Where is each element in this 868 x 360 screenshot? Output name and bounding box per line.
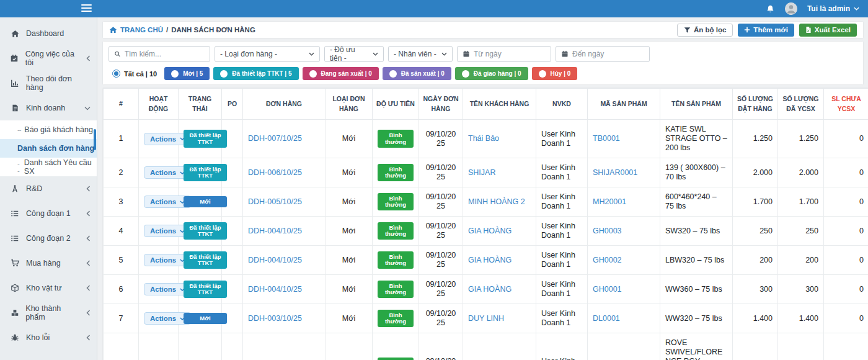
product-code-link[interactable]: DL0001 [593,314,620,323]
list-icon [10,209,20,218]
sidebar-item-mua-hang[interactable]: Mua hàng [0,251,97,276]
product-code-link[interactable]: GH0001 [593,285,622,294]
search-input[interactable] [108,46,210,62]
product-name-cell: KATIE SWL STRAGE OTTO – 200 lbs [660,120,733,158]
excel-file-icon [805,26,812,34]
product-code-link[interactable]: SHIJAR0001 [593,168,637,177]
add-new-button[interactable]: Thêm mới [738,24,794,37]
status-pill-a-giao-hang[interactable]: Đã giao hàng | 0 [455,67,528,80]
sidebar-item-partial[interactable] [0,355,97,360]
sidebar-item-kho-thanh-pham[interactable]: Kho thành phẩm [0,300,97,325]
customer-link[interactable]: GIA HOÀNG [468,227,512,235]
actions-cell: Actions [139,304,179,333]
chevron-down-icon [441,52,447,56]
order-link[interactable]: DDH-003/10/25 [248,314,302,323]
radio-circle-icon [539,70,546,78]
qty-remaining-cell: 0 [824,158,868,187]
customer-cell: Thái Bảo [463,120,536,158]
product-name-cell: LBW320 – 75 lbs [660,246,733,275]
notification-bell-icon[interactable] [766,4,775,14]
column-header-nvkd: NVKD [536,89,588,120]
search-field[interactable] [125,50,205,58]
status-pill-a-thiet-lap-ttkt[interactable]: Đã thiết lập TTKT | 5 [213,67,298,80]
status-pill-huy[interactable]: Hủy | 0 [532,67,578,80]
sidebar-item-kinh-doanh[interactable]: Kinh doanh [0,96,97,120]
product-name-cell: WW320 – 75 lbs [660,304,733,333]
sidebar-scrollbar[interactable] [94,129,96,150]
order-link[interactable]: DDH-006/10/25 [248,168,302,177]
row-index: 4 [104,217,139,246]
to-date-input[interactable]: Đến ngày [556,46,650,62]
nvkd-cell: User Kinh Doanh 1 [536,275,588,304]
order-type-cell: Mới [326,187,373,217]
customer-link[interactable]: GIA HOÀNG [468,256,512,264]
employee-select[interactable]: - Nhân viên - [388,46,453,62]
menu-toggle-icon[interactable] [81,4,92,14]
order-type-select[interactable]: - Loại đơn hàng - [215,46,320,62]
sidebar-subitem-danh-sach-yeu-cau-sx[interactable]: --Danh sách Yêu cầu SX [0,158,97,176]
nvkd-cell: User Kinh Doanh 1 [536,120,588,158]
sidebar-subitem-danh-sach-on-hang[interactable]: Danh sách đơn hàng [0,139,97,158]
chevron-left-icon [86,260,91,266]
order-date-cell: 09/10/2025 [419,120,463,158]
user-menu-label: Tui là admin [807,4,850,13]
status-pill-tat-ca[interactable]: Tất cả | 10 [108,70,161,78]
status-pill-ang-san-xuat[interactable]: Đang sản xuất | 0 [303,67,379,80]
sidebar-item-r-d[interactable]: R&D [0,176,97,201]
customer-cell: MINH HOÀNG 2 [463,187,536,217]
customer-link[interactable]: MINH HOÀNG 2 [468,197,525,206]
nvkd-cell: User Kinh Doanh 1 [536,187,588,217]
hide-filter-button[interactable]: Ẩn bộ lọc [677,24,733,37]
product-code-link[interactable]: TB0001 [593,134,620,143]
row-index: 8 [104,333,139,360]
order-link[interactable]: DDH-005/10/25 [248,197,302,206]
from-date-input[interactable]: Từ ngày [457,46,551,62]
priority-badge: Bình thường [378,358,414,360]
product-code-link[interactable]: GH0002 [593,256,622,264]
status-cell: Đã thiết lập TTKT [179,217,222,246]
order-link[interactable]: DDH-007/10/25 [248,134,302,143]
product-code-link[interactable]: GH0003 [593,227,622,235]
table-row: 5ActionsĐã thiết lập TTKTDDH-004/10/25Mớ… [104,246,868,275]
qty-ycsx-cell: 200 [778,246,824,275]
status-pill-moi[interactable]: Mới | 5 [164,67,210,80]
sidebar-item-cong-viec-cua-toi[interactable]: Công việc của tôi [0,46,97,71]
qty-ycsx-cell: 300 [778,275,824,304]
qty-ordered-cell: 1.700 [733,187,778,217]
status-pill-a-san-xuat[interactable]: Đã sản xuất | 0 [383,67,451,80]
orders-table-card: #HOẠT ĐỘNGTRẠNG THÁIPOĐƠN HÀNGLOẠI ĐƠN H… [103,88,868,360]
priority-select[interactable]: - Độ ưu tiên - [324,46,384,62]
sidebar-item-theo-doi-on-hang[interactable]: Theo dõi đơn hàng [0,71,97,96]
sidebar-item-kho-vat-tu[interactable]: Kho vật tư [0,276,97,300]
status-pill-label: Tất cả | 10 [124,70,157,78]
breadcrumb-home-link[interactable]: TRANG CHỦ [109,26,163,34]
status-badge: Đã thiết lập TTKT [184,164,227,182]
sidebar-item-label: Công đoạn 1 [26,209,71,218]
customer-link[interactable]: DUY LINH [468,314,504,323]
sidebar-item-cong-oan-2[interactable]: Công đoạn 2 [0,226,97,251]
customer-link[interactable]: GIA HOÀNG [468,285,512,294]
status-pill-label: Hủy | 0 [551,70,571,77]
order-link[interactable]: DDH-004/10/25 [248,227,302,235]
qty-ordered-cell: 1.400 [733,304,778,333]
column-header-trang-thai: TRẠNG THÁI [179,89,222,120]
order-link[interactable]: DDH-004/10/25 [248,256,302,264]
sidebar-item-cong-oan-1[interactable]: Công đoạn 1 [0,201,97,226]
priority-badge: Bình thường [378,281,414,299]
sidebar-item-kho-loi[interactable]: Kho lỗi [0,325,97,350]
customer-link[interactable]: SHIJAR [468,168,495,177]
actions-cell: Actions [139,275,179,304]
sidebar-subitem-bao-gia-khach-hang[interactable]: --Báo giá khách hàng [0,120,97,139]
order-link[interactable]: DDH-004/10/25 [248,285,302,294]
user-menu[interactable]: Tui là admin [807,4,859,13]
sidebar-item-dashboard[interactable]: Dashboard [0,21,97,46]
export-excel-button[interactable]: Xuất Excel [799,24,857,37]
orders-table: #HOẠT ĐỘNGTRẠNG THÁIPOĐƠN HÀNGLOẠI ĐƠN H… [103,88,868,360]
table-row: 2ActionsĐã thiết lập TTKTDDH-006/10/25Mớ… [104,158,868,187]
customer-link[interactable]: Thái Bảo [468,134,499,143]
calendar-icon [561,50,569,58]
nvkd-cell: User Kinh Doanh 1 [536,333,588,360]
customer-cell: DUY LINH [463,304,536,333]
user-avatar[interactable] [785,2,797,15]
product-code-link[interactable]: MH20001 [593,197,626,206]
